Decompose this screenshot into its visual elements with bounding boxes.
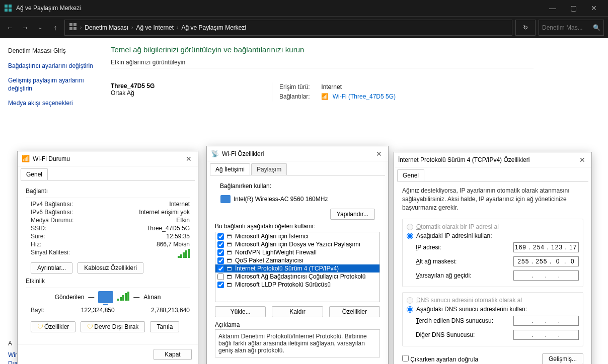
- connection-link[interactable]: Wi-Fi (Three_47D5 5G): [333, 93, 396, 100]
- breadcrumb-item[interactable]: Ağ ve Internet: [136, 24, 174, 31]
- search-icon: 🔍: [593, 24, 600, 31]
- list-item-checkbox[interactable]: [217, 257, 224, 264]
- radio-manual-dns[interactable]: Aşağıdaki DNS sunucu adreslerini kullan:: [407, 305, 579, 314]
- info-text: Ağınız destekliyorsa, IP ayarlarının oto…: [402, 187, 583, 212]
- nav-adapter-settings[interactable]: Bağdaştırıcı ayarlarını değiştirin: [8, 62, 104, 70]
- ip-address-input[interactable]: [513, 242, 579, 252]
- list-item-checkbox[interactable]: [217, 233, 224, 240]
- svg-rect-3: [9, 9, 12, 12]
- list-item-checkbox[interactable]: [217, 265, 224, 272]
- page-subheading: Etkin ağlarınızı görüntüleyin: [111, 59, 534, 68]
- list-item[interactable]: 🗔NordVPN LightWeight Firewall: [215, 248, 379, 256]
- media-label: Medya Durumu:: [31, 217, 73, 224]
- close-icon[interactable]: ✕: [577, 156, 587, 164]
- install-button[interactable]: Yükle...: [215, 306, 266, 317]
- bytes-sent: 122,324,850: [44, 307, 151, 314]
- remove-button[interactable]: Kaldır: [272, 306, 323, 317]
- list-item[interactable]: 🗔Microsoft LLDP Protokolü Sürücüsü: [215, 281, 379, 289]
- nav-home[interactable]: Denetim Masası Giriş: [8, 47, 104, 55]
- chevron-right-icon: ›: [177, 25, 178, 30]
- configure-button[interactable]: Yapılandır...: [330, 209, 375, 220]
- component-icon: 🗔: [226, 266, 233, 271]
- computer-icon: [98, 291, 113, 303]
- back-button[interactable]: ←: [4, 24, 16, 32]
- tab-general[interactable]: Genel: [21, 168, 48, 180]
- components-list[interactable]: 🗔Microsoft Ağları için İstemci🗔Microsoft…: [215, 232, 380, 302]
- search-placeholder: Denetim Mas...: [542, 24, 583, 31]
- close-button[interactable]: Kapat: [154, 349, 192, 360]
- wifi-status-dialog: 📶 Wi-Fi Durumu ✕ Genel Bağlantı IPv4 Bağ…: [17, 151, 198, 364]
- media-value: Etkin: [176, 217, 190, 224]
- disable-button[interactable]: 🛡Devre Dışı Bırak: [81, 321, 145, 332]
- radio-manual-ip[interactable]: Aşağıdaki IP adresini kullan:: [407, 231, 579, 240]
- forward-button[interactable]: →: [19, 24, 31, 32]
- list-item-label: Microsoft LLDP Protokolü Sürücüsü: [235, 281, 331, 288]
- tab-networking[interactable]: Ağ İletişimi: [210, 163, 250, 175]
- dash: —: [133, 294, 139, 301]
- up-button[interactable]: ↑: [49, 24, 61, 32]
- breadcrumb-item[interactable]: Denetim Masası: [85, 24, 128, 31]
- component-icon: 🗔: [226, 250, 233, 255]
- dialog-titlebar[interactable]: 📡 Wi-Fi Özellikleri ✕: [207, 146, 388, 161]
- close-icon[interactable]: ✕: [184, 155, 194, 163]
- nav-sharing-settings[interactable]: Gelişmiş paylaşım ayarlarını değiştirin: [8, 77, 104, 93]
- recent-button[interactable]: ⌄: [34, 25, 46, 30]
- refresh-button[interactable]: ↻: [515, 20, 536, 36]
- ipv6-label: IPv6 Bağlantısı:: [31, 209, 73, 216]
- details-button[interactable]: Ayrıntılar...: [31, 262, 72, 274]
- breadcrumb[interactable]: › Denetim Masası › Ağ ve Internet › Ağ v…: [64, 20, 512, 36]
- close-icon[interactable]: ✕: [374, 150, 384, 158]
- chevron-right-icon: ›: [131, 25, 133, 30]
- close-button[interactable]: ✕: [584, 4, 604, 12]
- dialog-titlebar[interactable]: İnternet Protokolü Sürüm 4 (TCP/IPv4) Öz…: [394, 152, 591, 167]
- gateway-input[interactable]: [513, 270, 579, 281]
- diagnose-button[interactable]: Tanıla: [150, 321, 179, 332]
- radio-input[interactable]: [407, 306, 413, 313]
- access-type-value: Internet: [321, 83, 342, 90]
- ipv4-label: IPv4 Bağlantısı:: [31, 201, 73, 208]
- properties-button[interactable]: Özellikler: [329, 306, 380, 317]
- radio-input[interactable]: [407, 224, 413, 230]
- list-item[interactable]: 🗔Microsoft Ağları için Dosya ve Yazıcı P…: [215, 240, 379, 248]
- speed-value: 866,7 Mb/sn: [157, 241, 190, 248]
- validate-checkbox[interactable]: [402, 355, 409, 361]
- maximize-button[interactable]: ▢: [563, 4, 584, 12]
- subnet-mask-input[interactable]: [513, 256, 579, 266]
- tab-sharing[interactable]: Paylaşım: [251, 163, 287, 175]
- list-item-label: Microsoft Ağları için Dosya ve Yazıcı Pa…: [235, 241, 360, 248]
- tab-general[interactable]: Genel: [397, 169, 424, 181]
- preferred-dns-input[interactable]: [513, 316, 579, 326]
- radio-input: [407, 297, 413, 304]
- list-item-checkbox[interactable]: [217, 249, 224, 256]
- validate-checkbox-row[interactable]: Çıkarken ayarları doğrula: [402, 355, 478, 363]
- wifi-signal-icon: 📶: [22, 155, 30, 162]
- list-item-checkbox[interactable]: [217, 274, 224, 280]
- sent-label: Gönderilen: [55, 294, 85, 301]
- radio-input[interactable]: [407, 233, 413, 239]
- breadcrumb-item[interactable]: Ağ ve Paylaşım Merkezi: [181, 24, 246, 31]
- list-item-checkbox[interactable]: [217, 282, 224, 288]
- list-item[interactable]: 🗔İnternet Protokolü Sürüm 4 (TCP/IPv4): [215, 264, 379, 272]
- adapter-row: Intel(R) Wireless-AC 9560 160MHz: [215, 193, 380, 206]
- wireless-properties-button[interactable]: Kablosuz Özellikleri: [78, 262, 143, 274]
- duration-value: 12:59:35: [166, 233, 190, 240]
- minimize-button[interactable]: —: [542, 4, 563, 12]
- list-item-label: Microsoft Ağları için İstemci: [235, 233, 308, 240]
- list-item[interactable]: 🗔QoS Paket Zamanlayıcısı: [215, 256, 379, 264]
- radio-auto-ip[interactable]: Otomatik olarak bir IP adresi al: [407, 222, 579, 231]
- chevron-right-icon: ›: [80, 25, 82, 30]
- ip-group: Otomatik olarak bir IP adresi al Aşağıda…: [402, 219, 583, 287]
- ipv4-value: Internet: [169, 201, 190, 208]
- search-box[interactable]: Denetim Mas... 🔍: [539, 20, 604, 36]
- list-item[interactable]: 🗔Microsoft Ağları için İstemci: [215, 232, 379, 240]
- ssid-value: Three_47D5 5G: [146, 225, 190, 232]
- dialog-titlebar[interactable]: 📶 Wi-Fi Durumu ✕: [18, 151, 198, 166]
- list-item-checkbox[interactable]: [217, 241, 224, 248]
- list-item-label: İnternet Protokolü Sürüm 4 (TCP/IPv4): [235, 265, 339, 272]
- list-item[interactable]: 🗔Microsoft Ağ Bağdaştırıcısı Çoğullayıcı…: [215, 272, 379, 281]
- advanced-button[interactable]: Gelişmiş...: [542, 353, 583, 364]
- preferred-dns-label: Tercih edilen DNS sunucusu:: [416, 317, 493, 324]
- properties-button[interactable]: 🛡Özellikler: [31, 321, 75, 332]
- nav-media-streaming[interactable]: Medya akışı seçenekleri: [8, 100, 104, 108]
- alternate-dns-input[interactable]: [513, 330, 579, 340]
